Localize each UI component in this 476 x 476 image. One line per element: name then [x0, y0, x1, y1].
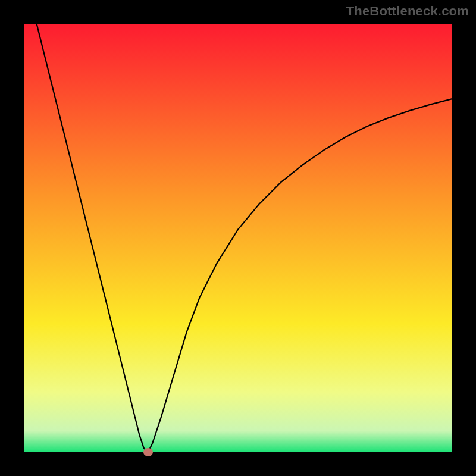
- chart-frame: TheBottleneck.com: [0, 0, 476, 476]
- minimum-marker: [143, 448, 153, 456]
- gradient-background: [24, 24, 452, 452]
- watermark-text: TheBottleneck.com: [346, 4, 469, 19]
- plot-svg: [24, 24, 452, 452]
- plot-area: [24, 24, 452, 452]
